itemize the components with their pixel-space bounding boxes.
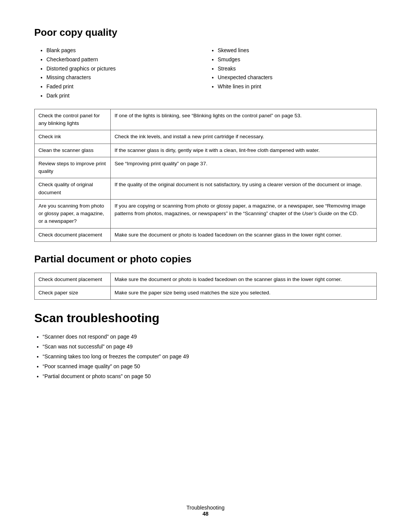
table-cell-value: Make sure the paper size being used matc… <box>111 286 377 300</box>
table-row: Review steps to improve print qualitySee… <box>35 157 377 178</box>
bullet-item: Missing characters <box>46 73 206 82</box>
bullet-item: Dark print <box>46 91 206 101</box>
table-cell-label: Check the control panel for any blinking… <box>35 109 111 130</box>
bullet-item: Unexpected characters <box>218 73 377 82</box>
table-cell-label: Check ink <box>35 130 111 144</box>
table-cell-value: Make sure the document or photo is loade… <box>111 228 377 241</box>
footer-page-number: 48 <box>0 511 411 517</box>
partial-doc-title: Partial document or photo copies <box>34 253 377 265</box>
scan-bullet-item: “Scan was not successful” on page 49 <box>43 342 377 352</box>
bullet-col-left: Blank pagesCheckerboard patternDistorted… <box>34 46 206 101</box>
bullet-columns: Blank pagesCheckerboard patternDistorted… <box>34 46 377 101</box>
partial-doc-table: Check document placementMake sure the do… <box>34 273 377 300</box>
bullet-item: White lines in print <box>218 82 377 91</box>
table-cell-label: Check document placement <box>35 273 111 286</box>
page-footer: Troubleshooting 48 <box>0 505 411 517</box>
table-row: Check the control panel for any blinking… <box>35 109 377 130</box>
bullet-col-right: Skewed linesSmudgesStreaksUnexpected cha… <box>206 46 377 101</box>
scan-bullet-item: “Scanner does not respond” on page 49 <box>43 332 377 342</box>
table-row: Check quality of original documentIf the… <box>35 178 377 200</box>
poor-copy-table: Check the control panel for any blinking… <box>34 109 377 242</box>
bullet-item: Checkerboard pattern <box>46 55 206 64</box>
table-cell-label: Check document placement <box>35 228 111 241</box>
table-row: Clean the scanner glassIf the scanner gl… <box>35 144 377 157</box>
table-cell-value: If one of the lights is blinking, see “B… <box>111 109 377 130</box>
table-row: Check document placementMake sure the do… <box>35 273 377 286</box>
bullets-right-list: Skewed linesSmudgesStreaksUnexpected cha… <box>209 46 377 91</box>
table-cell-label: Check paper size <box>35 286 111 300</box>
scan-troubleshooting-title: Scan troubleshooting <box>34 311 377 325</box>
table-row: Check paper sizeMake sure the paper size… <box>35 286 377 300</box>
table-row: Check document placementMake sure the do… <box>35 228 377 241</box>
bullet-item: Blank pages <box>46 46 206 55</box>
table-cell-value: Make sure the document or photo is loade… <box>111 273 377 286</box>
scan-bullet-item: “Scanning takes too long or freezes the … <box>43 352 377 362</box>
table-cell-label: Review steps to improve print quality <box>35 157 111 178</box>
bullet-item: Skewed lines <box>218 46 377 55</box>
scan-bullets-list: “Scanner does not respond” on page 49“Sc… <box>34 332 377 381</box>
bullets-left-list: Blank pagesCheckerboard patternDistorted… <box>38 46 206 101</box>
bullet-item: Distorted graphics or pictures <box>46 64 206 73</box>
footer-label: Troubleshooting <box>0 505 411 511</box>
poor-copy-title: Poor copy quality <box>34 27 377 38</box>
table-cell-value: See “Improving print quality” on page 37… <box>111 157 377 178</box>
scan-bullet-item: “Partial document or photo scans” on pag… <box>43 372 377 382</box>
scan-bullets: “Scanner does not respond” on page 49“Sc… <box>34 332 377 381</box>
table-cell-label: Check quality of original document <box>35 178 111 200</box>
table-cell-label: Clean the scanner glass <box>35 144 111 157</box>
scan-bullet-item: “Poor scanned image quality” on page 50 <box>43 362 377 372</box>
table-cell-value: If the scanner glass is dirty, gently wi… <box>111 144 377 157</box>
table-cell-value: If the quality of the original document … <box>111 178 377 200</box>
table-cell-value: Check the ink levels, and install a new … <box>111 130 377 144</box>
table-cell-label: Are you scanning from photo or glossy pa… <box>35 199 111 228</box>
bullet-item: Streaks <box>218 64 377 73</box>
bullet-item: Faded print <box>46 82 206 91</box>
table-cell-value: If you are copying or scanning from phot… <box>111 199 377 228</box>
bullet-item: Smudges <box>218 55 377 64</box>
table-row: Are you scanning from photo or glossy pa… <box>35 199 377 228</box>
table-row: Check inkCheck the ink levels, and insta… <box>35 130 377 144</box>
